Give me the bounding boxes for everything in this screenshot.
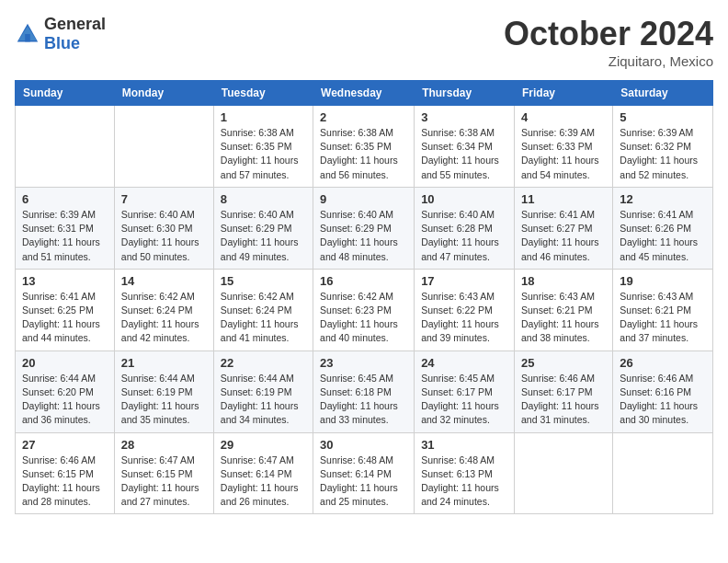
col-saturday: Saturday: [613, 81, 713, 106]
week-row-5: 27Sunrise: 6:46 AMSunset: 6:15 PMDayligh…: [16, 432, 713, 514]
table-row: 28Sunrise: 6:47 AMSunset: 6:15 PMDayligh…: [114, 432, 213, 514]
day-number: 31: [421, 438, 507, 452]
day-number: 20: [22, 356, 108, 370]
week-row-4: 20Sunrise: 6:44 AMSunset: 6:20 PMDayligh…: [16, 350, 713, 432]
day-info: Sunrise: 6:46 AMSunset: 6:15 PMDaylight:…: [22, 454, 108, 510]
day-info: Sunrise: 6:41 AMSunset: 6:26 PMDaylight:…: [620, 208, 706, 264]
col-thursday: Thursday: [415, 81, 515, 106]
table-row: [514, 432, 612, 514]
day-number: 17: [421, 274, 507, 288]
day-number: 22: [221, 356, 306, 370]
day-info: Sunrise: 6:42 AMSunset: 6:24 PMDaylight:…: [221, 290, 306, 346]
day-number: 21: [121, 356, 207, 370]
day-number: 8: [221, 192, 306, 206]
table-row: 20Sunrise: 6:44 AMSunset: 6:20 PMDayligh…: [16, 350, 115, 432]
day-number: 29: [221, 438, 306, 452]
day-info: Sunrise: 6:46 AMSunset: 6:16 PMDaylight:…: [620, 372, 706, 428]
day-info: Sunrise: 6:39 AMSunset: 6:31 PMDaylight:…: [22, 208, 108, 264]
day-info: Sunrise: 6:48 AMSunset: 6:14 PMDaylight:…: [320, 454, 407, 510]
col-sunday: Sunday: [16, 81, 115, 106]
table-row: 12Sunrise: 6:41 AMSunset: 6:26 PMDayligh…: [613, 187, 713, 269]
table-row: 21Sunrise: 6:44 AMSunset: 6:19 PMDayligh…: [114, 350, 213, 432]
day-info: Sunrise: 6:42 AMSunset: 6:24 PMDaylight:…: [121, 290, 207, 346]
table-row: 26Sunrise: 6:46 AMSunset: 6:16 PMDayligh…: [613, 350, 713, 432]
month-title: October 2024: [504, 15, 713, 53]
day-info: Sunrise: 6:41 AMSunset: 6:27 PMDaylight:…: [521, 208, 606, 264]
day-number: 14: [121, 274, 207, 288]
day-number: 15: [221, 274, 306, 288]
day-info: Sunrise: 6:44 AMSunset: 6:19 PMDaylight:…: [221, 372, 306, 428]
day-number: 28: [121, 438, 207, 452]
col-wednesday: Wednesday: [313, 81, 415, 106]
title-block: October 2024 Ziquitaro, Mexico: [504, 15, 713, 69]
table-row: 6Sunrise: 6:39 AMSunset: 6:31 PMDaylight…: [16, 187, 115, 269]
day-info: Sunrise: 6:38 AMSunset: 6:35 PMDaylight:…: [221, 126, 306, 182]
day-info: Sunrise: 6:45 AMSunset: 6:18 PMDaylight:…: [320, 372, 407, 428]
table-row: 8Sunrise: 6:40 AMSunset: 6:29 PMDaylight…: [213, 187, 313, 269]
week-row-1: 1Sunrise: 6:38 AMSunset: 6:35 PMDaylight…: [16, 106, 713, 188]
day-info: Sunrise: 6:48 AMSunset: 6:13 PMDaylight:…: [421, 454, 507, 510]
table-row: 23Sunrise: 6:45 AMSunset: 6:18 PMDayligh…: [313, 350, 415, 432]
day-info: Sunrise: 6:43 AMSunset: 6:21 PMDaylight:…: [620, 290, 706, 346]
table-row: 14Sunrise: 6:42 AMSunset: 6:24 PMDayligh…: [114, 269, 213, 350]
table-row: 1Sunrise: 6:38 AMSunset: 6:35 PMDaylight…: [213, 106, 313, 188]
table-row: 15Sunrise: 6:42 AMSunset: 6:24 PMDayligh…: [213, 269, 313, 350]
table-row: 19Sunrise: 6:43 AMSunset: 6:21 PMDayligh…: [613, 269, 713, 350]
table-row: 31Sunrise: 6:48 AMSunset: 6:13 PMDayligh…: [415, 432, 515, 514]
day-number: 24: [421, 356, 507, 370]
table-row: 11Sunrise: 6:41 AMSunset: 6:27 PMDayligh…: [514, 187, 612, 269]
day-info: Sunrise: 6:43 AMSunset: 6:21 PMDaylight:…: [521, 290, 606, 346]
table-row: 4Sunrise: 6:39 AMSunset: 6:33 PMDaylight…: [514, 106, 612, 188]
day-number: 19: [620, 274, 706, 288]
col-tuesday: Tuesday: [213, 81, 313, 106]
table-row: 17Sunrise: 6:43 AMSunset: 6:22 PMDayligh…: [415, 269, 515, 350]
day-info: Sunrise: 6:47 AMSunset: 6:15 PMDaylight:…: [121, 454, 207, 510]
day-info: Sunrise: 6:40 AMSunset: 6:30 PMDaylight:…: [121, 208, 207, 264]
table-row: 22Sunrise: 6:44 AMSunset: 6:19 PMDayligh…: [213, 350, 313, 432]
day-number: 26: [620, 356, 706, 370]
logo-text: General Blue: [44, 15, 106, 53]
table-row: 27Sunrise: 6:46 AMSunset: 6:15 PMDayligh…: [16, 432, 115, 514]
page-header: General Blue October 2024 Ziquitaro, Mex…: [15, 15, 713, 69]
table-row: 2Sunrise: 6:38 AMSunset: 6:35 PMDaylight…: [313, 106, 415, 188]
table-row: 16Sunrise: 6:42 AMSunset: 6:23 PMDayligh…: [313, 269, 415, 350]
day-number: 2: [320, 110, 407, 124]
day-info: Sunrise: 6:46 AMSunset: 6:17 PMDaylight:…: [521, 372, 606, 428]
day-info: Sunrise: 6:44 AMSunset: 6:20 PMDaylight:…: [22, 372, 108, 428]
day-info: Sunrise: 6:38 AMSunset: 6:35 PMDaylight:…: [320, 126, 407, 182]
table-row: 30Sunrise: 6:48 AMSunset: 6:14 PMDayligh…: [313, 432, 415, 514]
logo: General Blue: [15, 15, 106, 53]
logo-blue: Blue: [44, 34, 80, 52]
table-row: 13Sunrise: 6:41 AMSunset: 6:25 PMDayligh…: [16, 269, 115, 350]
day-info: Sunrise: 6:38 AMSunset: 6:34 PMDaylight:…: [421, 126, 507, 182]
day-info: Sunrise: 6:39 AMSunset: 6:33 PMDaylight:…: [521, 126, 606, 182]
day-number: 11: [521, 192, 606, 206]
logo-icon: [15, 21, 40, 47]
day-number: 25: [521, 356, 606, 370]
table-row: [16, 106, 115, 188]
day-info: Sunrise: 6:47 AMSunset: 6:14 PMDaylight:…: [221, 454, 306, 510]
day-info: Sunrise: 6:41 AMSunset: 6:25 PMDaylight:…: [22, 290, 108, 346]
day-number: 16: [320, 274, 407, 288]
day-number: 3: [421, 110, 507, 124]
table-row: [114, 106, 213, 188]
day-info: Sunrise: 6:45 AMSunset: 6:17 PMDaylight:…: [421, 372, 507, 428]
day-number: 10: [421, 192, 507, 206]
table-row: 29Sunrise: 6:47 AMSunset: 6:14 PMDayligh…: [213, 432, 313, 514]
table-row: 24Sunrise: 6:45 AMSunset: 6:17 PMDayligh…: [415, 350, 515, 432]
day-info: Sunrise: 6:40 AMSunset: 6:29 PMDaylight:…: [221, 208, 306, 264]
day-number: 6: [22, 192, 108, 206]
week-row-3: 13Sunrise: 6:41 AMSunset: 6:25 PMDayligh…: [16, 269, 713, 350]
day-number: 12: [620, 192, 706, 206]
day-number: 7: [121, 192, 207, 206]
day-number: 18: [521, 274, 606, 288]
svg-rect-2: [25, 34, 30, 41]
day-info: Sunrise: 6:42 AMSunset: 6:23 PMDaylight:…: [320, 290, 407, 346]
day-info: Sunrise: 6:43 AMSunset: 6:22 PMDaylight:…: [421, 290, 507, 346]
day-number: 9: [320, 192, 407, 206]
day-number: 1: [221, 110, 306, 124]
table-row: 10Sunrise: 6:40 AMSunset: 6:28 PMDayligh…: [415, 187, 515, 269]
calendar-header-row: Sunday Monday Tuesday Wednesday Thursday…: [16, 81, 713, 106]
day-number: 13: [22, 274, 108, 288]
day-info: Sunrise: 6:44 AMSunset: 6:19 PMDaylight:…: [121, 372, 207, 428]
